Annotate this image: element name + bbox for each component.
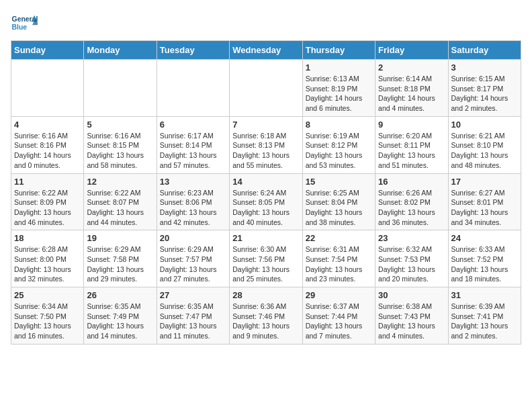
day-number: 28 — [232, 290, 299, 300]
day-number: 17 — [451, 177, 518, 187]
day-number: 5 — [87, 120, 153, 130]
calendar-day-cell: 15Sunrise: 6:25 AMSunset: 8:04 PMDayligh… — [302, 173, 375, 230]
day-number: 24 — [451, 233, 518, 243]
day-number: 16 — [378, 177, 445, 187]
day-info: Sunrise: 6:28 AMSunset: 8:00 PMDaylight:… — [14, 244, 81, 284]
calendar-day-header: Friday — [375, 41, 448, 60]
day-info: Sunrise: 6:31 AMSunset: 7:54 PMDaylight:… — [306, 244, 372, 284]
calendar-day-header: Wednesday — [230, 41, 302, 60]
day-number: 23 — [378, 233, 445, 243]
day-info: Sunrise: 6:18 AMSunset: 8:13 PMDaylight:… — [232, 131, 299, 171]
day-info: Sunrise: 6:36 AMSunset: 7:46 PMDaylight:… — [232, 302, 299, 341]
calendar-day-header: Monday — [84, 41, 157, 60]
calendar-day-cell: 21Sunrise: 6:30 AMSunset: 7:56 PMDayligh… — [230, 230, 302, 287]
day-number: 29 — [306, 290, 372, 300]
day-info: Sunrise: 6:35 AMSunset: 7:49 PMDaylight:… — [87, 302, 153, 341]
calendar-day-cell: 17Sunrise: 6:27 AMSunset: 8:01 PMDayligh… — [448, 173, 521, 230]
calendar-week-row: 25Sunrise: 6:34 AMSunset: 7:50 PMDayligh… — [11, 287, 521, 345]
calendar-day-cell: 28Sunrise: 6:36 AMSunset: 7:46 PMDayligh… — [230, 287, 302, 345]
calendar-week-row: 4Sunrise: 6:16 AMSunset: 8:16 PMDaylight… — [11, 116, 521, 173]
calendar-day-cell: 30Sunrise: 6:38 AMSunset: 7:43 PMDayligh… — [375, 287, 448, 345]
day-info: Sunrise: 6:37 AMSunset: 7:44 PMDaylight:… — [306, 302, 372, 341]
calendar-day-cell: 20Sunrise: 6:29 AMSunset: 7:57 PMDayligh… — [157, 230, 229, 287]
day-info: Sunrise: 6:38 AMSunset: 7:43 PMDaylight:… — [378, 302, 445, 341]
calendar-day-cell — [11, 60, 84, 117]
day-number: 21 — [232, 233, 299, 243]
calendar-body: 1Sunrise: 6:13 AMSunset: 8:19 PMDaylight… — [11, 60, 521, 345]
day-info: Sunrise: 6:23 AMSunset: 8:06 PMDaylight:… — [160, 188, 226, 228]
calendar-day-cell: 31Sunrise: 6:39 AMSunset: 7:41 PMDayligh… — [448, 287, 521, 345]
calendar-day-cell — [230, 60, 302, 117]
day-number: 27 — [160, 290, 226, 300]
day-number: 8 — [306, 120, 372, 130]
calendar-day-cell: 3Sunrise: 6:15 AMSunset: 8:17 PMDaylight… — [448, 60, 521, 117]
day-info: Sunrise: 6:15 AMSunset: 8:17 PMDaylight:… — [451, 74, 518, 113]
day-info: Sunrise: 6:35 AMSunset: 7:47 PMDaylight:… — [160, 302, 226, 341]
day-number: 11 — [14, 177, 81, 187]
header: General Blue — [11, 11, 521, 35]
day-number: 9 — [378, 120, 445, 130]
calendar-day-header: Tuesday — [157, 41, 229, 60]
calendar-day-cell: 23Sunrise: 6:32 AMSunset: 7:53 PMDayligh… — [375, 230, 448, 287]
calendar-day-cell: 25Sunrise: 6:34 AMSunset: 7:50 PMDayligh… — [11, 287, 84, 345]
calendar-day-cell: 14Sunrise: 6:24 AMSunset: 8:05 PMDayligh… — [230, 173, 302, 230]
calendar-day-cell: 10Sunrise: 6:21 AMSunset: 8:10 PMDayligh… — [448, 116, 521, 173]
day-info: Sunrise: 6:13 AMSunset: 8:19 PMDaylight:… — [306, 74, 372, 113]
calendar-day-cell: 11Sunrise: 6:22 AMSunset: 8:09 PMDayligh… — [11, 173, 84, 230]
day-number: 13 — [160, 177, 226, 187]
day-info: Sunrise: 6:20 AMSunset: 8:11 PMDaylight:… — [378, 131, 445, 171]
day-number: 31 — [451, 290, 518, 300]
day-info: Sunrise: 6:29 AMSunset: 7:57 PMDaylight:… — [160, 244, 226, 284]
calendar-day-cell: 1Sunrise: 6:13 AMSunset: 8:19 PMDaylight… — [302, 60, 375, 117]
calendar-day-cell: 9Sunrise: 6:20 AMSunset: 8:11 PMDaylight… — [375, 116, 448, 173]
calendar-day-header: Sunday — [11, 41, 84, 60]
calendar-day-cell — [84, 60, 157, 117]
calendar-day-header: Saturday — [448, 41, 521, 60]
calendar-day-cell — [157, 60, 229, 117]
day-info: Sunrise: 6:26 AMSunset: 8:02 PMDaylight:… — [378, 188, 445, 228]
day-number: 2 — [378, 62, 445, 73]
calendar-week-row: 11Sunrise: 6:22 AMSunset: 8:09 PMDayligh… — [11, 173, 521, 230]
calendar-day-cell: 4Sunrise: 6:16 AMSunset: 8:16 PMDaylight… — [11, 116, 84, 173]
calendar-day-cell: 16Sunrise: 6:26 AMSunset: 8:02 PMDayligh… — [375, 173, 448, 230]
day-number: 4 — [14, 120, 81, 130]
day-info: Sunrise: 6:25 AMSunset: 8:04 PMDaylight:… — [306, 188, 372, 228]
day-info: Sunrise: 6:16 AMSunset: 8:16 PMDaylight:… — [14, 131, 81, 171]
day-info: Sunrise: 6:21 AMSunset: 8:10 PMDaylight:… — [451, 131, 518, 171]
calendar-day-cell: 13Sunrise: 6:23 AMSunset: 8:06 PMDayligh… — [157, 173, 229, 230]
calendar-day-cell: 29Sunrise: 6:37 AMSunset: 7:44 PMDayligh… — [302, 287, 375, 345]
day-number: 18 — [14, 233, 81, 243]
day-number: 19 — [87, 233, 153, 243]
calendar-day-cell: 12Sunrise: 6:22 AMSunset: 8:07 PMDayligh… — [84, 173, 157, 230]
day-info: Sunrise: 6:34 AMSunset: 7:50 PMDaylight:… — [14, 302, 81, 341]
day-info: Sunrise: 6:32 AMSunset: 7:53 PMDaylight:… — [378, 244, 445, 284]
day-info: Sunrise: 6:17 AMSunset: 8:14 PMDaylight:… — [160, 131, 226, 171]
day-number: 3 — [451, 62, 518, 73]
day-number: 1 — [306, 62, 372, 73]
day-info: Sunrise: 6:27 AMSunset: 8:01 PMDaylight:… — [451, 188, 518, 228]
day-number: 7 — [232, 120, 299, 130]
svg-text:Blue: Blue — [12, 24, 28, 31]
day-number: 26 — [87, 290, 153, 300]
calendar-day-cell: 27Sunrise: 6:35 AMSunset: 7:47 PMDayligh… — [157, 287, 229, 345]
day-number: 14 — [232, 177, 299, 187]
calendar-day-header: Thursday — [302, 41, 375, 60]
day-info: Sunrise: 6:14 AMSunset: 8:18 PMDaylight:… — [378, 74, 445, 113]
calendar-day-cell: 19Sunrise: 6:29 AMSunset: 7:58 PMDayligh… — [84, 230, 157, 287]
day-info: Sunrise: 6:22 AMSunset: 8:09 PMDaylight:… — [14, 188, 81, 228]
day-number: 22 — [306, 233, 372, 243]
day-number: 10 — [451, 120, 518, 130]
calendar-day-cell: 2Sunrise: 6:14 AMSunset: 8:18 PMDaylight… — [375, 60, 448, 117]
day-info: Sunrise: 6:22 AMSunset: 8:07 PMDaylight:… — [87, 188, 153, 228]
day-number: 6 — [160, 120, 226, 130]
calendar-day-cell: 8Sunrise: 6:19 AMSunset: 8:12 PMDaylight… — [302, 116, 375, 173]
calendar-day-cell: 24Sunrise: 6:33 AMSunset: 7:52 PMDayligh… — [448, 230, 521, 287]
calendar-header-row: SundayMondayTuesdayWednesdayThursdayFrid… — [11, 41, 521, 60]
calendar-day-cell: 22Sunrise: 6:31 AMSunset: 7:54 PMDayligh… — [302, 230, 375, 287]
day-info: Sunrise: 6:19 AMSunset: 8:12 PMDaylight:… — [306, 131, 372, 171]
calendar-table: SundayMondayTuesdayWednesdayThursdayFrid… — [11, 40, 521, 345]
calendar-week-row: 18Sunrise: 6:28 AMSunset: 8:00 PMDayligh… — [11, 230, 521, 287]
calendar-week-row: 1Sunrise: 6:13 AMSunset: 8:19 PMDaylight… — [11, 60, 521, 117]
logo: General Blue — [11, 11, 40, 35]
day-info: Sunrise: 6:29 AMSunset: 7:58 PMDaylight:… — [87, 244, 153, 284]
